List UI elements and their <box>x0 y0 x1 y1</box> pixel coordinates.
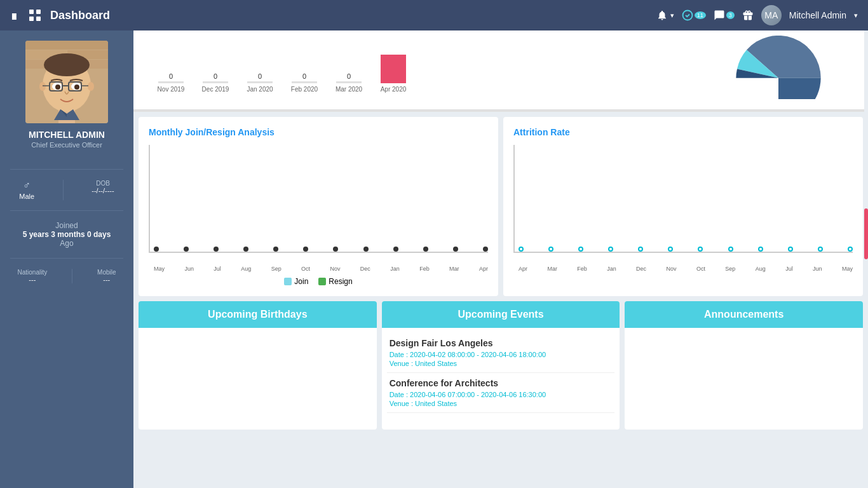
events-panel: Upcoming Events Design Fair Los Angeles … <box>382 301 620 430</box>
event-2-title: Conference for Architects <box>390 378 613 388</box>
mobile-label: Mobile <box>97 269 116 276</box>
adot-nov <box>668 247 673 252</box>
dob-value: --/--/---- <box>92 187 114 194</box>
adot-sep <box>728 247 733 252</box>
adot-oct <box>698 247 703 252</box>
dot-sep <box>273 247 278 252</box>
birthdays-body <box>139 328 377 430</box>
attrition-chart-card: Attrition Rate <box>503 117 863 296</box>
sidebar-dob: DOB --/--/---- <box>92 180 114 200</box>
bottom-panels: Upcoming Birthdays Upcoming Events Desig… <box>139 301 863 430</box>
event-2: Conference for Architects Date : 2020-04… <box>387 373 615 413</box>
username-label[interactable]: Mitchell Admin <box>789 10 846 20</box>
attrition-y-axis <box>513 145 515 253</box>
gift-button[interactable] <box>742 10 754 21</box>
dot-mar <box>453 247 458 252</box>
profile-photo <box>25 41 108 123</box>
dot-oct <box>303 247 308 252</box>
announcements-body <box>625 328 863 430</box>
top-chart-section: 0 Nov 2019 0 Dec 2019 0 Jan 2020 <box>133 30 868 112</box>
resign-legend-label: Resign <box>329 277 352 286</box>
attrition-chart-area: AprMarFeb JanDecNov OctSepAug JulJunMay <box>513 145 853 272</box>
adot-dec <box>638 247 643 252</box>
joined-value: 5 years 3 months 0 days <box>10 230 123 239</box>
bar-jan2020: 0 Jan 2020 <box>238 72 282 93</box>
event-1-venue: Venue : United States <box>390 360 613 367</box>
notifications-button[interactable]: ▾ <box>656 10 674 21</box>
sidebar-username: MITCHELL ADMIN <box>5 130 128 140</box>
dot-dec <box>363 247 369 252</box>
svg-point-4 <box>682 11 692 20</box>
event-2-date: Date : 2020-04-06 07:00:00 - 2020-04-06 … <box>390 391 613 398</box>
bar-mar2020: 0 Mar 2020 <box>327 72 371 93</box>
svg-point-14 <box>88 82 94 91</box>
svg-rect-2 <box>29 17 34 21</box>
adot-jul <box>788 247 793 252</box>
adot-may <box>848 247 853 252</box>
gender-icon: ♂ <box>19 180 34 191</box>
activity-button[interactable]: 11 <box>682 10 706 21</box>
adot-feb <box>578 247 583 252</box>
dot-nov <box>333 247 338 252</box>
nationality-value: --- <box>17 276 47 283</box>
x-axis <box>149 252 488 253</box>
events-body: Design Fair Los Angeles Date : 2020-04-0… <box>382 328 620 430</box>
joined-label: Joined <box>10 221 123 230</box>
join-legend-label: Join <box>294 277 308 286</box>
user-dropdown-arrow[interactable]: ▾ <box>854 11 858 20</box>
attrition-x-axis <box>513 252 853 253</box>
sidebar-role: Chief Executive Officer <box>5 141 128 149</box>
svg-rect-3 <box>36 17 41 21</box>
attrition-dots <box>519 247 853 252</box>
birthdays-panel: Upcoming Birthdays <box>139 301 377 430</box>
bar-apr2020: Apr 2020 <box>371 53 416 93</box>
page-title: Dashboard <box>50 9 656 22</box>
messages-button[interactable]: 3 <box>714 10 735 21</box>
monthly-x-labels: MayJunJul AugSepOct NovDecJan FebMarApr <box>154 266 488 272</box>
svg-point-13 <box>39 82 46 91</box>
apps-icon[interactable] <box>29 9 41 22</box>
adot-mar <box>548 247 553 252</box>
main-content: 0 Nov 2019 0 Dec 2019 0 Jan 2020 <box>133 30 868 488</box>
birthdays-header: Upcoming Birthdays <box>139 301 377 328</box>
svg-rect-1 <box>36 10 41 14</box>
dot-aug <box>243 247 248 252</box>
mobile-value: --- <box>97 276 116 283</box>
avatar: MA <box>761 5 782 25</box>
resign-legend: Resign <box>318 277 352 286</box>
messages-badge: 3 <box>726 11 735 19</box>
grid-icon[interactable]: ∎ <box>10 8 18 23</box>
sidebar-gender-value: Male <box>19 193 34 200</box>
attrition-x-labels: AprMarFeb JanDecNov OctSepAug JulJunMay <box>519 266 853 272</box>
charts-middle: Monthly Join/Resign Analysis <box>139 117 863 296</box>
pie-chart-section <box>699 36 858 99</box>
bar-chart-row: 0 Nov 2019 0 Dec 2019 0 Jan 2020 <box>144 36 699 93</box>
announcements-header: Announcements <box>625 301 863 328</box>
monthly-chart-area: MayJunJul AugSepOct NovDecJan FebMarApr <box>149 145 488 272</box>
dob-label: DOB <box>92 180 114 187</box>
event-1-title: Design Fair Los Angeles <box>390 338 613 348</box>
attrition-chart-title: Attrition Rate <box>513 127 853 137</box>
dot-feb <box>423 247 428 252</box>
bar-nov2019: 0 Nov 2019 <box>149 72 193 93</box>
monthly-chart-card: Monthly Join/Resign Analysis <box>139 117 498 296</box>
join-legend: Join <box>284 277 308 286</box>
sidebar-joined: Joined 5 years 3 months 0 days Ago <box>0 216 133 253</box>
dot-apr <box>483 247 488 252</box>
svg-rect-0 <box>29 10 34 14</box>
join-dots <box>154 247 488 252</box>
svg-rect-6 <box>25 41 108 50</box>
sidebar-gender: ♂ Male <box>19 180 34 200</box>
adot-aug <box>758 247 763 252</box>
bar-chart-section: 0 Nov 2019 0 Dec 2019 0 Jan 2020 <box>144 36 699 93</box>
dot-may <box>154 247 159 252</box>
events-header: Upcoming Events <box>382 301 620 328</box>
sidebar-bottom-info: Nationality --- Mobile --- <box>0 264 133 288</box>
sidebar-mobile: Mobile --- <box>97 269 116 283</box>
y-axis <box>149 145 150 253</box>
event-2-venue: Venue : United States <box>390 400 613 407</box>
adot-apr <box>519 247 524 252</box>
bar-dec2019: 0 Dec 2019 <box>193 72 238 93</box>
monthly-legend: Join Resign <box>149 277 488 286</box>
sidebar-gender-dob-row: ♂ Male DOB --/--/---- <box>0 175 133 205</box>
